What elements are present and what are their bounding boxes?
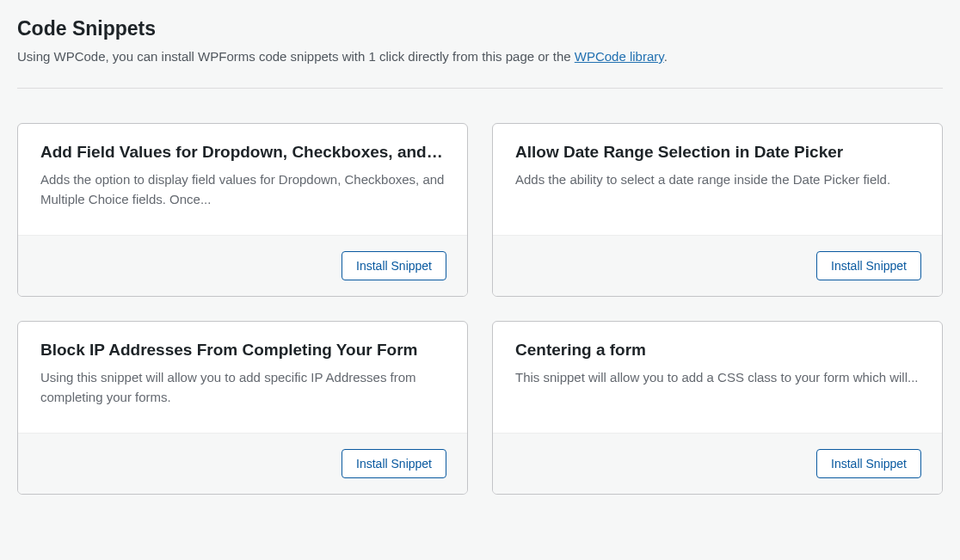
snippet-title: Centering a form (515, 341, 920, 360)
wpcode-library-link[interactable]: WPCode library (575, 49, 664, 64)
description-text-after: . (664, 49, 668, 64)
snippet-title: Add Field Values for Dropdown, Checkboxe… (40, 143, 445, 162)
description-text-before: Using WPCode, you can install WPForms co… (17, 49, 575, 64)
snippet-card: Block IP Addresses From Completing Your … (17, 321, 468, 495)
snippet-card-footer: Install Snippet (18, 433, 467, 494)
install-snippet-button[interactable]: Install Snippet (816, 449, 921, 478)
page-title: Code Snippets (17, 17, 943, 40)
snippet-title: Block IP Addresses From Completing Your … (40, 341, 445, 360)
install-snippet-button[interactable]: Install Snippet (342, 449, 446, 478)
snippet-card-footer: Install Snippet (493, 235, 942, 296)
snippet-card-body: Centering a form This snippet will allow… (493, 322, 942, 433)
snippet-description: Adds the option to display field values … (40, 170, 445, 209)
snippet-card-body: Block IP Addresses From Completing Your … (18, 322, 467, 433)
snippets-grid: Add Field Values for Dropdown, Checkboxe… (17, 123, 943, 495)
snippet-description: Adds the ability to select a date range … (515, 170, 920, 190)
snippet-description: This snippet will allow you to add a CSS… (515, 368, 920, 388)
snippet-card: Centering a form This snippet will allow… (492, 321, 943, 495)
divider (17, 88, 943, 89)
snippet-title: Allow Date Range Selection in Date Picke… (515, 143, 920, 162)
snippet-card: Allow Date Range Selection in Date Picke… (492, 123, 943, 297)
install-snippet-button[interactable]: Install Snippet (342, 251, 446, 280)
snippet-description: Using this snippet will allow you to add… (40, 368, 445, 407)
install-snippet-button[interactable]: Install Snippet (816, 251, 921, 280)
page-description: Using WPCode, you can install WPForms co… (17, 49, 943, 64)
snippet-card-body: Allow Date Range Selection in Date Picke… (493, 124, 942, 235)
snippet-card-body: Add Field Values for Dropdown, Checkboxe… (18, 124, 467, 235)
snippet-card-footer: Install Snippet (493, 433, 942, 494)
snippet-card: Add Field Values for Dropdown, Checkboxe… (17, 123, 468, 297)
snippet-card-footer: Install Snippet (18, 235, 467, 296)
